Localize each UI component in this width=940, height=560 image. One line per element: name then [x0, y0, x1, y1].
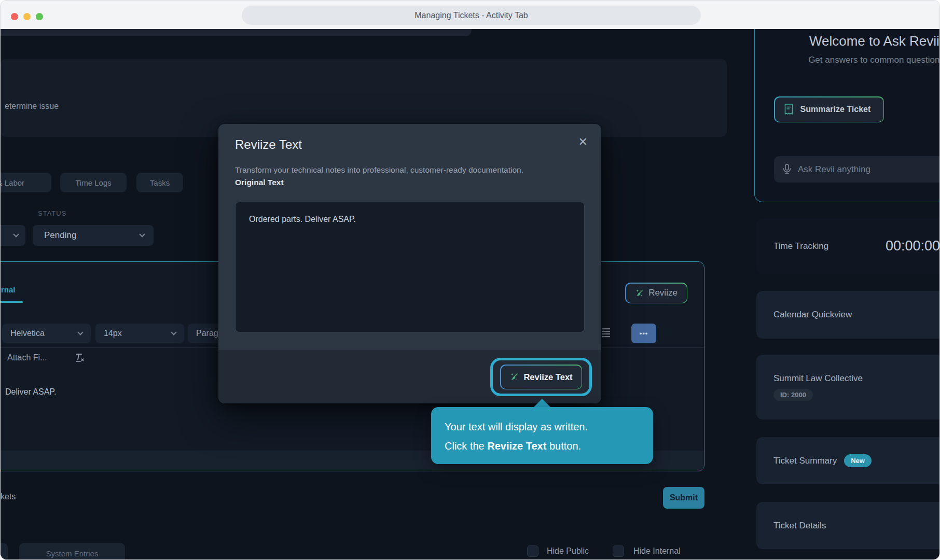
summarize-ticket-label: Summarize Ticket — [800, 105, 871, 114]
attach-file-button[interactable]: Attach Fi... — [7, 353, 47, 362]
ticket-summary-label: Ticket Summary — [773, 456, 837, 466]
editor-text[interactable]: Deliver ASAP. — [5, 387, 56, 397]
ask-input-wrap — [774, 156, 939, 183]
hide-public-checkbox[interactable] — [527, 545, 538, 557]
tutorial-tooltip: Your text will display as written. Click… — [431, 407, 653, 464]
welcome-title: Welcome to Ask Revii! — [796, 31, 939, 51]
hide-internal-label: Hide Internal — [633, 547, 681, 556]
modal-footer: Reviize Text — [218, 349, 601, 403]
more-options-button[interactable]: ••• — [631, 324, 656, 343]
header-panel-remnant — [1, 29, 472, 36]
tickets-fragment-text: kets — [1, 492, 16, 501]
modal-description: Transform your technical notes into prof… — [235, 165, 523, 175]
list-format-icon[interactable] — [602, 328, 611, 338]
window-titlebar: Managing Tickets - Activity Tab — [1, 1, 939, 29]
time-tracking-card[interactable]: Time Tracking 00:00:00 — [756, 218, 939, 274]
time-tracking-label: Time Tracking — [773, 241, 828, 251]
broom-icon — [509, 372, 519, 382]
reviize-button[interactable]: Reviize — [625, 283, 687, 303]
client-name: Summit Law Collective — [773, 373, 939, 384]
active-tab-underline — [1, 301, 23, 303]
close-icon[interactable]: ✕ — [578, 135, 588, 149]
broom-icon — [635, 289, 644, 298]
maximize-window-button[interactable] — [36, 13, 43, 20]
new-badge: New — [844, 454, 872, 467]
partial-pill-button — [1, 543, 8, 559]
ticket-details-card[interactable]: Ticket Details — [756, 502, 939, 549]
submit-button[interactable]: Submit — [663, 487, 704, 509]
reviize-button-label: Reviize — [648, 288, 678, 298]
summarize-ticket-button[interactable]: Summarize Ticket — [774, 96, 884, 122]
status-label: STATUS — [38, 209, 66, 217]
hide-internal-checkbox[interactable] — [613, 545, 624, 557]
system-entries-button[interactable]: System Entries — [19, 543, 125, 559]
original-text-label: Original Text — [235, 178, 284, 187]
hide-public-control: Hide Public — [527, 545, 589, 557]
reviize-text-button-label: Reviize Text — [523, 372, 572, 382]
calendar-quickview-label: Calendar Quickview — [773, 310, 852, 320]
hide-public-label: Hide Public — [547, 547, 589, 556]
status-select[interactable]: Pending — [33, 225, 154, 246]
tab-internal[interactable]: rnal — [1, 285, 16, 294]
partial-dropdown[interactable] — [1, 225, 25, 246]
calendar-quickview-card[interactable]: Calendar Quickview — [756, 291, 939, 339]
client-card[interactable]: Summit Law Collective ID: 2000 — [756, 355, 939, 419]
tooltip-line1: Your text will display as written. — [445, 417, 640, 437]
ticket-summary-card[interactable]: Ticket Summary New — [756, 437, 939, 484]
welcome-subtitle: Get answers to common questions — [755, 55, 939, 65]
hide-internal-control: Hide Internal — [613, 545, 681, 557]
reviize-text-button[interactable]: Reviize Text — [500, 365, 582, 389]
tooltip-caret — [534, 399, 550, 407]
status-value: Pending — [44, 230, 76, 241]
font-size-value: 14px — [104, 329, 122, 338]
clear-formatting-icon[interactable] — [74, 352, 85, 363]
font-family-value: Helvetica — [10, 329, 45, 338]
tab-time-logs[interactable]: Time Logs — [60, 173, 127, 192]
font-family-select[interactable]: Helvetica — [2, 324, 91, 343]
font-size-select[interactable]: 14px — [95, 324, 184, 343]
reviize-text-modal: Reviize Text ✕ Transform your technical … — [218, 124, 601, 403]
window-title: Managing Tickets - Activity Tab — [242, 6, 701, 25]
receipt-icon — [783, 103, 794, 116]
chevron-down-icon — [171, 329, 176, 335]
time-tracking-timer: 00:00:00 — [886, 238, 939, 254]
original-text-input[interactable]: Ordered parts. Deliver ASAP. — [235, 202, 585, 332]
issue-text: etermine issue — [5, 102, 59, 111]
chevron-down-icon — [139, 231, 145, 237]
chevron-down-icon — [13, 231, 19, 237]
microphone-icon — [782, 164, 792, 175]
close-window-button[interactable] — [11, 13, 18, 20]
tutorial-highlight-ring: Reviize Text — [490, 358, 592, 396]
minimize-window-button[interactable] — [23, 13, 31, 20]
tooltip-line2: Click the Reviize Text button. — [445, 437, 640, 456]
ask-revii-input[interactable] — [798, 164, 939, 175]
paragraph-style-value: Parag — [196, 329, 218, 338]
app-content: etermine issue s & Labor Time Logs Tasks… — [1, 29, 939, 559]
chevron-down-icon — [77, 329, 83, 335]
tab-parts-labor[interactable]: s & Labor — [1, 173, 51, 192]
client-id-badge: ID: 2000 — [773, 389, 813, 401]
modal-title: Reviize Text — [235, 137, 302, 152]
tab-tasks[interactable]: Tasks — [136, 173, 183, 192]
ticket-details-label: Ticket Details — [773, 521, 826, 531]
ask-revii-panel: Welcome to Ask Revii! Get answers to com… — [754, 29, 939, 202]
app-window: Managing Tickets - Activity Tab etermine… — [0, 0, 940, 560]
